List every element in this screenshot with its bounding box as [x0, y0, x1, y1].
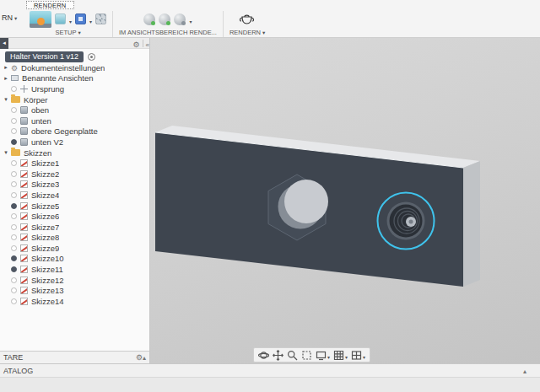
tree-item-sketch[interactable]: Skizze9	[0, 243, 149, 254]
visibility-icon[interactable]	[11, 192, 17, 198]
panel-collapse-icon[interactable]	[0, 38, 8, 49]
activate-target-icon[interactable]	[88, 53, 95, 61]
viewport-navbar	[253, 347, 370, 362]
tree-item-label: Skizze3	[31, 180, 59, 189]
tree-item-sketch[interactable]: Skizze1	[0, 158, 149, 169]
visibility-icon[interactable]	[11, 224, 17, 230]
plate-side-face[interactable]	[463, 161, 480, 287]
render-gallery-label: ATALOG	[3, 367, 33, 375]
visibility-icon[interactable]	[11, 171, 17, 177]
tree-item-label: Skizze2	[31, 169, 59, 179]
sketch-icon	[20, 170, 28, 178]
document-name[interactable]: Halter Version 1 v12	[5, 51, 84, 62]
chevron-up-icon[interactable]	[523, 367, 526, 375]
tree-item-sketch[interactable]: Skizze4	[0, 190, 149, 201]
visibility-icon[interactable]	[11, 139, 17, 145]
tree-item-sketch[interactable]: Skizze2	[0, 169, 149, 180]
render-teapot-icon[interactable]	[238, 13, 256, 26]
tree-folder-sketches[interactable]: Skizzen	[0, 148, 149, 158]
tree-item-label: Ursprung	[31, 84, 64, 94]
tree-item-sketch[interactable]: Skizze5	[0, 201, 149, 212]
tree-item-sketch[interactable]: Skizze11	[0, 264, 149, 275]
visibility-icon[interactable]	[11, 234, 17, 240]
in-canvas-render-icon[interactable]	[143, 13, 155, 25]
decal-icon[interactable]	[75, 13, 86, 24]
tree-item-label: unten	[31, 116, 51, 126]
expand-icon[interactable]	[3, 75, 9, 82]
zoom-icon[interactable]	[287, 350, 298, 361]
tree-folder-bodies[interactable]: Körper	[0, 94, 149, 105]
display-settings-icon[interactable]	[316, 347, 330, 362]
visibility-icon[interactable]	[11, 245, 17, 251]
tree-item-sketch[interactable]: Skizze6	[0, 211, 149, 222]
body-icon	[20, 117, 28, 125]
visibility-icon[interactable]	[11, 287, 17, 293]
boss-cylinder-face[interactable]	[284, 180, 328, 223]
tab-strip: RENDERN	[0, 0, 540, 10]
tree-item-document[interactable]: Halter Version 1 v12	[0, 51, 149, 62]
chevron-up-icon[interactable]	[143, 353, 146, 362]
viewports-icon[interactable]	[351, 347, 365, 362]
viewport[interactable]	[150, 38, 540, 363]
visibility-icon[interactable]	[11, 255, 17, 261]
tree-item-body[interactable]: oben	[0, 105, 149, 115]
visibility-icon[interactable]	[11, 298, 17, 304]
expand-icon[interactable]	[3, 64, 9, 71]
visibility-icon[interactable]	[11, 203, 17, 209]
group-render-label[interactable]: RENDERN	[230, 29, 265, 36]
workspace-switcher[interactable]: RN	[2, 13, 17, 22]
sketch-icon	[20, 277, 28, 284]
tree-item-sketch[interactable]: Skizze10	[0, 254, 149, 265]
pan-icon[interactable]	[273, 350, 284, 361]
visibility-icon[interactable]	[11, 181, 17, 187]
workspace-switcher-label: RN	[2, 13, 13, 22]
visibility-icon[interactable]	[11, 160, 17, 166]
fit-to-view-icon[interactable]	[301, 350, 312, 361]
ribbon: SETUP IM ANSICHTSBEREICH RENDE...	[0, 10, 540, 38]
chevron-down-icon[interactable]	[69, 12, 72, 27]
tree-item-body[interactable]: unten	[0, 115, 149, 126]
model-canvas[interactable]	[150, 38, 540, 363]
capture-image-icon[interactable]	[174, 13, 186, 25]
tree-item-origin[interactable]: Ursprung	[0, 83, 149, 94]
expand-icon[interactable]	[3, 96, 9, 103]
orbit-icon[interactable]	[258, 350, 269, 361]
visibility-icon[interactable]	[11, 118, 17, 124]
browser-header	[0, 38, 149, 49]
chevron-down-icon[interactable]	[189, 12, 192, 27]
chevron-down-icon	[345, 347, 348, 362]
visibility-icon[interactable]	[11, 107, 17, 113]
render-settings-icon[interactable]	[159, 13, 170, 25]
tree-item-named-views[interactable]: Benannte Ansichten	[0, 73, 149, 84]
tree-item-sketch[interactable]: Skizze7	[0, 222, 149, 233]
tree-item-label: Körper	[24, 95, 48, 105]
tree-item-body[interactable]: obere Gegenplatte	[0, 126, 149, 137]
group-in-canvas-label[interactable]: IM ANSICHTSBEREICH RENDE...	[119, 29, 217, 36]
tab-rendern[interactable]: RENDERN	[26, 1, 74, 9]
visibility-icon[interactable]	[11, 128, 17, 134]
expand-icon[interactable]	[3, 149, 9, 156]
tree-item-sketch[interactable]: Skizze14	[0, 296, 149, 307]
chevron-down-icon	[78, 29, 80, 36]
environment-icon[interactable]	[55, 13, 66, 24]
comments-panel-bar[interactable]: TARE	[0, 351, 149, 363]
tree-item-sketch[interactable]: Skizze8	[0, 233, 149, 244]
visibility-icon[interactable]	[11, 86, 17, 92]
tree-item-sketch[interactable]: Skizze12	[0, 275, 149, 286]
tree-item-sketch[interactable]: Skizze3	[0, 180, 149, 191]
tree-item-document-settings[interactable]: Dokumenteinstellungen	[0, 62, 149, 73]
tree-item-label: Skizze13	[31, 286, 64, 295]
texture-map-icon[interactable]	[95, 13, 106, 24]
visibility-icon[interactable]	[11, 213, 17, 219]
tree-item-label: oben	[31, 105, 49, 115]
tree-item-sketch[interactable]: Skizze13	[0, 285, 149, 296]
gear-icon[interactable]	[136, 353, 143, 362]
group-setup-label[interactable]: SETUP	[55, 29, 80, 36]
visibility-icon[interactable]	[11, 266, 17, 272]
chevron-down-icon[interactable]	[89, 12, 92, 27]
visibility-icon[interactable]	[11, 277, 17, 283]
grid-snap-icon[interactable]	[333, 347, 348, 362]
render-gallery-panel-bar[interactable]: ATALOG	[0, 363, 540, 377]
tree-item-body[interactable]: unten V2	[0, 137, 149, 148]
scene-settings-icon[interactable]	[30, 11, 51, 28]
